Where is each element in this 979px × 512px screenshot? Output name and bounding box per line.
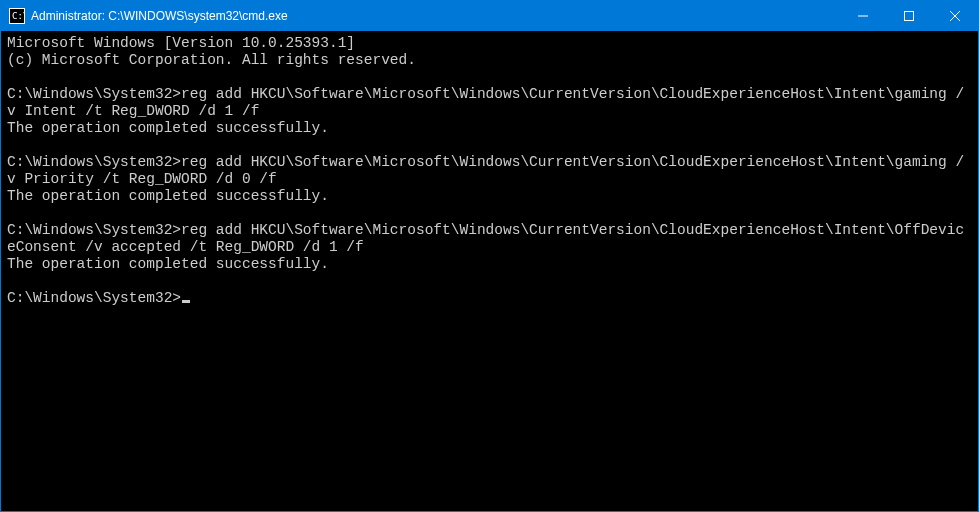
terminal-output[interactable]: Microsoft Windows [Version 10.0.25393.1]… bbox=[1, 31, 978, 511]
close-button[interactable] bbox=[932, 1, 978, 31]
cmd-window: C:\ Administrator: C:\WINDOWS\system32\c… bbox=[0, 0, 979, 512]
svg-rect-4 bbox=[905, 12, 914, 21]
minimize-button[interactable] bbox=[840, 1, 886, 31]
cursor bbox=[182, 300, 190, 303]
window-title: Administrator: C:\WINDOWS\system32\cmd.e… bbox=[31, 9, 288, 23]
titlebar[interactable]: C:\ Administrator: C:\WINDOWS\system32\c… bbox=[1, 1, 978, 31]
cmd-icon: C:\ bbox=[9, 8, 25, 24]
svg-text:C:\: C:\ bbox=[12, 11, 25, 21]
maximize-button[interactable] bbox=[886, 1, 932, 31]
